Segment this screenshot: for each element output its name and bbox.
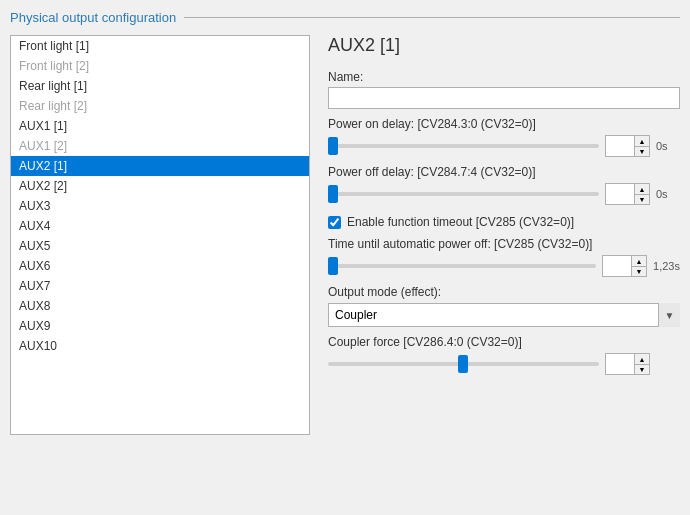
time-until-thumb[interactable] [328, 257, 338, 275]
list-item[interactable]: AUX5 [11, 236, 309, 256]
power-on-arrows: ▲ ▼ [634, 136, 649, 156]
time-until-spinbox[interactable]: 3 ▲ ▼ [602, 255, 647, 277]
power-off-value[interactable]: 0 [606, 187, 634, 201]
output-list-panel: Front light [1]Front light [2]Rear light… [10, 35, 310, 435]
right-panel: AUX2 [1] Name: Power on delay: [CV284.3:… [310, 35, 680, 435]
coupler-force-down[interactable]: ▼ [635, 364, 649, 374]
power-off-spinbox[interactable]: 0 ▲ ▼ [605, 183, 650, 205]
time-until-track [328, 264, 596, 268]
power-on-track [328, 144, 599, 148]
coupler-force-arrows: ▲ ▼ [634, 354, 649, 374]
list-item[interactable]: AUX3 [11, 196, 309, 216]
power-off-track [328, 192, 599, 196]
list-item[interactable]: AUX4 [11, 216, 309, 236]
list-item[interactable]: Rear light [2] [11, 96, 309, 116]
coupler-force-row: 25 ▲ ▼ [328, 353, 680, 375]
time-until-arrows: ▲ ▼ [631, 256, 646, 276]
power-on-up[interactable]: ▲ [635, 136, 649, 146]
power-on-row: 0 ▲ ▼ 0s [328, 135, 680, 157]
power-on-thumb[interactable] [328, 137, 338, 155]
power-on-label: Power on delay: [CV284.3:0 (CV32=0)] [328, 117, 680, 131]
list-item[interactable]: AUX2 [2] [11, 176, 309, 196]
list-item[interactable]: AUX2 [1] [11, 156, 309, 176]
power-off-arrows: ▲ ▼ [634, 184, 649, 204]
time-until-down[interactable]: ▼ [632, 266, 646, 276]
enable-timeout-checkbox[interactable] [328, 216, 341, 229]
time-until-value[interactable]: 3 [603, 259, 631, 273]
output-mode-select-row: Coupler ▼ [328, 303, 680, 327]
coupler-force-track [328, 362, 599, 366]
list-item[interactable]: AUX1 [2] [11, 136, 309, 156]
power-on-spinbox[interactable]: 0 ▲ ▼ [605, 135, 650, 157]
coupler-force-thumb[interactable] [458, 355, 468, 373]
section-title: Physical output configuration [10, 10, 680, 25]
list-item[interactable]: AUX7 [11, 276, 309, 296]
power-off-unit: 0s [656, 188, 680, 200]
power-on-unit: 0s [656, 140, 680, 152]
list-item[interactable]: AUX1 [1] [11, 116, 309, 136]
panel-title: AUX2 [1] [328, 35, 680, 56]
time-until-slider-container [328, 256, 596, 276]
power-off-row: 0 ▲ ▼ 0s [328, 183, 680, 205]
coupler-force-spinbox[interactable]: 25 ▲ ▼ [605, 353, 650, 375]
name-input[interactable] [328, 87, 680, 109]
power-off-thumb[interactable] [328, 185, 338, 203]
power-off-up[interactable]: ▲ [635, 184, 649, 194]
list-item[interactable]: AUX8 [11, 296, 309, 316]
coupler-force-label: Coupler force [CV286.4:0 (CV32=0)] [328, 335, 680, 349]
time-until-row: 3 ▲ ▼ 1,23s [328, 255, 680, 277]
window: Physical output configuration Front ligh… [0, 0, 690, 515]
coupler-force-slider-container [328, 354, 599, 374]
power-off-label: Power off delay: [CV284.7:4 (CV32=0)] [328, 165, 680, 179]
list-item[interactable]: AUX6 [11, 256, 309, 276]
content-area: Front light [1]Front light [2]Rear light… [10, 35, 680, 435]
coupler-force-up[interactable]: ▲ [635, 354, 649, 364]
power-on-value[interactable]: 0 [606, 139, 634, 153]
list-item[interactable]: AUX10 [11, 336, 309, 356]
coupler-force-value[interactable]: 25 [606, 357, 634, 371]
enable-timeout-label: Enable function timeout [CV285 (CV32=0)] [347, 215, 574, 229]
enable-timeout-row: Enable function timeout [CV285 (CV32=0)] [328, 215, 680, 229]
power-off-down[interactable]: ▼ [635, 194, 649, 204]
time-until-unit: 1,23s [653, 260, 680, 272]
list-item[interactable]: Rear light [1] [11, 76, 309, 96]
power-off-slider-container [328, 184, 599, 204]
power-on-slider-container [328, 136, 599, 156]
list-item[interactable]: AUX9 [11, 316, 309, 336]
output-mode-select[interactable]: Coupler [328, 303, 680, 327]
list-item[interactable]: Front light [2] [11, 56, 309, 76]
time-until-up[interactable]: ▲ [632, 256, 646, 266]
name-label: Name: [328, 70, 680, 84]
power-on-down[interactable]: ▼ [635, 146, 649, 156]
output-mode-label: Output mode (effect): [328, 285, 680, 299]
list-item[interactable]: Front light [1] [11, 36, 309, 56]
time-until-label: Time until automatic power off: [CV285 (… [328, 237, 680, 251]
